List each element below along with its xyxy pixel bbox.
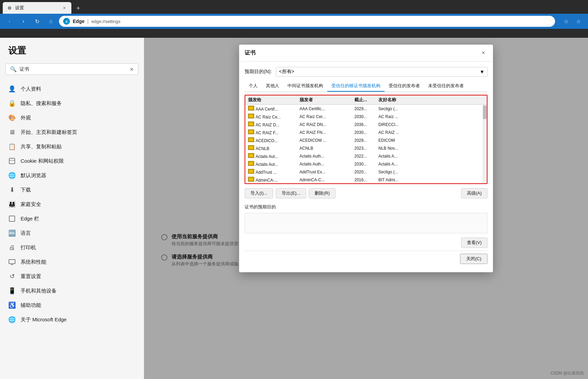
sidebar-item-start-label: 开始、主页和新建标签页 — [21, 129, 77, 136]
content-area: 使用当前服务提供商 你当前的服务提供商可能未提供安全的 DNS 请选择服务提供商… — [144, 38, 588, 379]
cert-list-container: 颁发给 颁发者 截止... 友好名称 AAA Certif... AAA Cer… — [245, 95, 487, 184]
purpose-content-area — [245, 213, 487, 233]
search-icon: 🔍 — [10, 66, 17, 72]
table-row[interactable]: ACNLB ACNLB 2023... NLB Nov... — [245, 144, 487, 152]
cert-tabs: 个人 其他人 中间证书颁发机构 受信任的根证书颁发机构 受信任的发布者 未受信任… — [245, 81, 487, 92]
cert-expiry-cell: 2016... — [354, 177, 378, 182]
sidebar-item-privacy[interactable]: 🔒 隐私、搜索和服务 — [0, 96, 144, 111]
sidebar-item-edgebar-label: Edge 栏 — [21, 216, 39, 222]
sidebar-item-profile[interactable]: 👤 个人资料 — [0, 82, 144, 96]
col-issued: 颁发给 — [248, 97, 299, 103]
table-row[interactable]: AC RAIZ D... AC RAIZ DN... 2036... DIREC… — [245, 120, 487, 128]
export-button[interactable]: 导出(E)... — [276, 188, 306, 198]
import-button[interactable]: 导入(I)... — [245, 188, 273, 198]
back-button[interactable]: ‹ — [4, 16, 15, 27]
favorites-button[interactable]: ☆ — [561, 16, 572, 27]
sidebar-item-mobile-label: 手机和其他设备 — [21, 288, 57, 294]
cert-issued-cell: AddTrust ... — [248, 169, 299, 175]
svg-rect-3 — [9, 260, 15, 264]
address-bar[interactable]: e Edge | edge://settings — [59, 16, 555, 27]
table-row[interactable]: ACEDICO... ACEDICOM ... 2028... EDICOM — [245, 136, 487, 144]
close-button[interactable]: 关闭(C) — [460, 254, 487, 264]
sidebar-item-system[interactable]: 系统和性能 — [0, 255, 144, 269]
search-input[interactable] — [20, 67, 127, 72]
scrollbar-thumb[interactable] — [483, 105, 486, 119]
col-issuer: 颁发者 — [299, 97, 354, 103]
cert-name-cell: EDICOM — [378, 138, 484, 143]
tab-intermediate[interactable]: 中间证书颁发机构 — [283, 81, 327, 92]
cert-icon — [248, 153, 254, 158]
table-row[interactable]: Actalis Aut... Actalis Auth... 2030... A… — [245, 160, 487, 168]
nav-right-buttons: ☆ ☆ — [561, 16, 584, 27]
sidebar-item-accessibility[interactable]: ♿ 辅助功能 — [0, 298, 144, 312]
sidebar-item-download[interactable]: ⬇ 下载 — [0, 183, 144, 197]
settings-tab[interactable]: ⚙ 设置 ✕ — [3, 2, 71, 14]
cert-issuer-cell: ACEDICOM ... — [299, 138, 354, 143]
table-row[interactable]: AC RAIZ F... AC RAIZ FN... 2030... AC RA… — [245, 128, 487, 136]
cert-list[interactable]: AAA Certif... AAA Certific... 2029... Se… — [245, 105, 487, 184]
cert-purpose-section: 证书的预期目的 查看(V) — [245, 204, 487, 248]
table-row[interactable]: Actalis Aut... Actalis Auth... 2022... A… — [245, 152, 487, 160]
tab-trusted-root[interactable]: 受信任的根证书颁发机构 — [327, 81, 385, 92]
sidebar-item-family[interactable]: 👨‍👩‍👧 家庭安全 — [0, 197, 144, 211]
cert-issued-cell: Actalis Aut... — [248, 161, 299, 167]
sidebar-item-privacy-label: 隐私、搜索和服务 — [21, 100, 62, 107]
sidebar-item-start[interactable]: 🖥 开始、主页和新建标签页 — [0, 125, 144, 139]
sidebar-item-reset-label: 重置设置 — [21, 273, 41, 280]
sidebar-item-system-label: 系统和性能 — [21, 259, 46, 265]
cert-purpose-section-label: 证书的预期目的 — [245, 204, 487, 210]
search-box[interactable]: 🔍 ✕ — [5, 64, 138, 75]
sidebar-item-about-label: 关于 Microsoft Edge — [21, 317, 67, 323]
tab-close-button[interactable]: ✕ — [61, 5, 67, 11]
sidebar-item-appearance-label: 外观 — [21, 115, 31, 121]
table-row[interactable]: AC Raíz Ce... AC Raíz Cer... 2030... AC … — [245, 113, 487, 120]
sidebar-item-share[interactable]: 📋 共享、复制和粘贴 — [0, 139, 144, 154]
cert-issued-cell: Actalis Aut... — [248, 153, 299, 159]
view-btn-row: 查看(V) — [245, 238, 487, 248]
search-clear-button[interactable]: ✕ — [130, 67, 134, 72]
sidebar-item-language[interactable]: 🔤 语言 — [0, 226, 144, 240]
modal-close-button[interactable]: × — [479, 49, 487, 57]
privacy-icon: 🔒 — [8, 100, 16, 107]
profile-button[interactable]: ☆ — [573, 16, 584, 27]
scrollbar-track — [483, 105, 487, 184]
sidebar-item-mobile[interactable]: 📱 手机和其他设备 — [0, 284, 144, 298]
purpose-select[interactable]: <所有> ▼ — [276, 67, 487, 77]
home-button[interactable]: ⌂ — [45, 16, 56, 27]
cert-expiry-cell: 2030... — [354, 114, 378, 119]
edge-logo-icon: e — [63, 18, 70, 25]
sidebar-item-cookies[interactable]: Cookie 和网站权限 — [0, 154, 144, 168]
cert-name-cell: Actalis A... — [378, 162, 484, 166]
sidebar-item-cookies-label: Cookie 和网站权限 — [21, 158, 64, 164]
tab-personal[interactable]: 个人 — [245, 81, 262, 92]
view-button[interactable]: 查看(V) — [461, 238, 487, 248]
table-row[interactable]: AdminCA-... AdminCA-C... 2016... BIT Adm… — [245, 176, 487, 184]
table-row[interactable]: AddTrust ... AddTrust Ex... 2020... Sect… — [245, 168, 487, 176]
sidebar-item-printer[interactable]: 🖨 打印机 — [0, 240, 144, 255]
tab-untrusted[interactable]: 未受信任的发布者 — [424, 81, 468, 92]
edgebar-icon — [8, 215, 16, 222]
new-tab-button[interactable]: + — [73, 3, 84, 14]
cert-icon — [248, 122, 254, 126]
cert-icon — [248, 161, 254, 166]
sidebar-item-appearance[interactable]: 🎨 外观 — [0, 111, 144, 125]
purpose-label: 预期目的(N): — [245, 69, 272, 75]
sidebar-item-reset[interactable]: ↺ 重置设置 — [0, 269, 144, 284]
sidebar-item-about[interactable]: 🌐 关于 Microsoft Edge — [0, 312, 144, 327]
main-layout: 设置 🔍 ✕ 👤 个人资料 🔒 隐私、搜索和服务 🎨 外观 🖥 开始、主页和新建… — [0, 38, 588, 379]
cert-issuer-cell: AddTrust Ex... — [299, 170, 354, 174]
tab-trusted-pub[interactable]: 受信任的发布者 — [385, 81, 424, 92]
table-row[interactable]: AAA Certif... AAA Certific... 2029... Se… — [245, 105, 487, 113]
share-icon: 📋 — [8, 143, 16, 150]
certificate-modal: 证书 × 预期目的(N): <所有> ▼ 个人 其他 — [239, 45, 493, 272]
cert-issuer-cell: AC RAIZ DN... — [299, 122, 354, 127]
sidebar-item-edgebar[interactable]: Edge 栏 — [0, 211, 144, 226]
sidebar-item-default-browser[interactable]: 🌐 默认浏览器 — [0, 168, 144, 183]
tab-others[interactable]: 其他人 — [262, 81, 283, 92]
remove-button[interactable]: 删除(R) — [309, 188, 336, 198]
forward-button[interactable]: › — [18, 16, 29, 27]
address-url: edge://settings — [91, 19, 120, 24]
refresh-button[interactable]: ↻ — [32, 16, 43, 27]
advanced-button[interactable]: 高级(A) — [461, 188, 487, 198]
cert-issuer-cell: ACNLB — [299, 146, 354, 151]
